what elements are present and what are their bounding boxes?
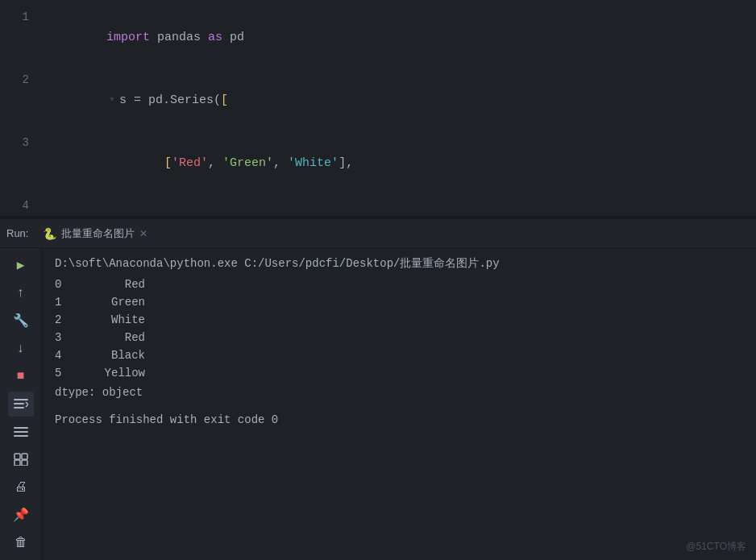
layers-icon <box>14 453 28 466</box>
output-value-1: Green <box>81 293 145 311</box>
stop-button[interactable]: ■ <box>8 364 34 388</box>
output-index-5: 5 <box>55 364 81 382</box>
text-pd: pd <box>222 31 244 44</box>
list-button[interactable] <box>8 420 34 444</box>
console-output: D:\soft\Anaconda\python.exe C:/Users/pdc… <box>42 248 756 560</box>
svg-rect-8 <box>15 460 20 466</box>
str-red-1: 'Red' <box>172 156 208 170</box>
output-row-1: 1 Green <box>55 293 743 311</box>
output-value-0: Red <box>81 276 145 293</box>
code-line-2: 2 ▿s = pd.Series([ <box>0 69 756 132</box>
svg-rect-3 <box>14 427 28 429</box>
line-number-3: 3 <box>0 132 42 195</box>
output-index-1: 1 <box>55 293 81 311</box>
trash-button[interactable]: 🗑 <box>8 531 34 555</box>
keyword-as: as <box>208 31 222 44</box>
line-content-3: ['Red', 'Green', 'White'], <box>42 132 756 195</box>
run-toolbar: ▶ ↑ 🔧 ↓ ■ <box>0 248 42 560</box>
output-row-3: 3 Red <box>55 329 743 346</box>
str-green-1: 'Green' <box>222 156 273 170</box>
process-line: Process finished with exit code 0 <box>55 411 743 429</box>
run-panel: Run: 🐍 批量重命名图片 ✕ ▶ ↑ 🔧 ↓ ■ <box>0 219 756 560</box>
output-index-2: 2 <box>55 311 81 329</box>
output-value-5: Yellow <box>81 364 145 382</box>
text-s-series: s = pd.Series( <box>119 93 221 107</box>
line-content-4: ['Red', 'Black'], <box>42 195 756 216</box>
indent-3 <box>106 156 164 170</box>
svg-rect-5 <box>14 435 28 437</box>
svg-rect-1 <box>14 403 24 404</box>
run-tab[interactable]: 🐍 批量重命名图片 ✕ <box>35 223 156 244</box>
line-number-4: 4 <box>0 195 42 216</box>
scroll-up-button[interactable]: ↑ <box>8 280 34 305</box>
svg-rect-4 <box>14 431 28 433</box>
keyword-import: import <box>106 31 150 44</box>
output-index-3: 3 <box>55 329 81 346</box>
code-line-4: 4 ['Red', 'Black'], <box>0 195 756 216</box>
output-index-4: 4 <box>55 346 81 364</box>
print-button[interactable]: 🖨 <box>8 475 34 500</box>
tab-python-icon: 🐍 <box>43 227 56 240</box>
output-row-0: 0 Red <box>55 276 743 293</box>
output-value-3: Red <box>81 329 145 346</box>
output-index-0: 0 <box>55 276 81 293</box>
str-white-1: 'White' <box>288 156 339 170</box>
svg-rect-6 <box>15 454 20 459</box>
line-number-2: 2 <box>0 69 42 132</box>
wrap-icon <box>14 398 28 409</box>
pin-button[interactable]: 📌 <box>8 503 34 527</box>
line-content-2: ▿s = pd.Series([ <box>42 69 756 132</box>
console-body: ▶ ↑ 🔧 ↓ ■ <box>0 248 756 560</box>
tab-close-button[interactable]: ✕ <box>139 228 147 239</box>
list-icon <box>14 426 28 438</box>
svg-rect-9 <box>22 460 27 466</box>
bracket-3: [ <box>164 156 172 170</box>
output-row-2: 2 White <box>55 311 743 329</box>
editor-area: 1 import pandas as pd 2 ▿s = pd.Series([… <box>0 0 756 216</box>
line-content-1: import pandas as pd <box>42 6 756 69</box>
text-pandas: pandas <box>150 31 208 44</box>
console-command: D:\soft\Anaconda\python.exe C:/Users/pdc… <box>55 255 743 272</box>
dtype-line: dtype: object <box>55 384 743 401</box>
code-line-1: 1 import pandas as pd <box>0 6 756 69</box>
code-editor: 1 import pandas as pd 2 ▿s = pd.Series([… <box>0 0 756 216</box>
layers-button[interactable] <box>8 447 34 471</box>
wrench-button[interactable]: 🔧 <box>8 309 34 333</box>
svg-rect-2 <box>14 407 24 409</box>
run-label: Run: <box>6 227 28 239</box>
code-line-3: 3 ['Red', 'Green', 'White'], <box>0 132 756 195</box>
output-value-4: Black <box>81 346 145 364</box>
output-value-2: White <box>81 311 145 329</box>
wrap-button[interactable] <box>8 392 34 416</box>
run-tab-bar: Run: 🐍 批量重命名图片 ✕ <box>0 219 756 248</box>
output-row-4: 4 Black <box>55 346 743 364</box>
scroll-down-button[interactable]: ↓ <box>8 336 34 360</box>
bracket-open-2: [ <box>221 93 228 107</box>
svg-rect-7 <box>22 454 27 459</box>
fold-icon-2[interactable]: ▿ <box>106 94 118 106</box>
svg-rect-0 <box>14 399 28 400</box>
output-row-5: 5 Yellow <box>55 364 743 382</box>
tab-name: 批量重命名图片 <box>61 226 135 241</box>
watermark: @51CTO博客 <box>686 540 746 554</box>
line-number-1: 1 <box>0 6 42 69</box>
play-button[interactable]: ▶ <box>8 253 34 277</box>
